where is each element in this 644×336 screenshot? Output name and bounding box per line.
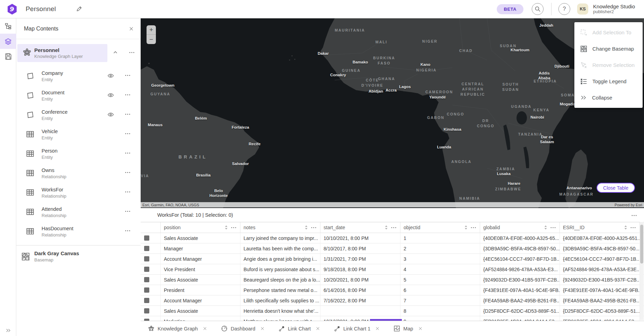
- cell-objectid: 7: [400, 295, 480, 305]
- layer-item-worksfor[interactable]: WorksFor Relationship: [16, 183, 141, 203]
- table-title: WorksFor (Total: 10 | Selection: 0): [157, 212, 233, 218]
- table-menu-icon[interactable]: [631, 213, 637, 218]
- eye-icon[interactable]: [107, 92, 114, 98]
- zoom-in-button[interactable]: +: [147, 25, 156, 35]
- tab-dashboard[interactable]: Dashboard: [221, 325, 265, 332]
- zoom-out-button[interactable]: −: [147, 35, 156, 44]
- tab-link-chart[interactable]: Link Chart: [279, 326, 320, 332]
- row-checkbox[interactable]: [144, 246, 149, 251]
- menu-item-change-basemap[interactable]: Change Basemap: [574, 41, 643, 57]
- table-row[interactable]: Sales AssociateHenrietta doesn't know wh…: [141, 306, 644, 316]
- layer-menu-icon[interactable]: [125, 189, 131, 195]
- toolbar-item-hierarchy[interactable]: [0, 18, 16, 34]
- layer-menu-icon[interactable]: [125, 208, 131, 214]
- layer-menu-icon[interactable]: [125, 228, 131, 234]
- save-icon: [5, 53, 12, 60]
- eye-icon[interactable]: [107, 72, 114, 79]
- close-table-button[interactable]: Close Table: [597, 183, 635, 193]
- menu-item-toggle-legend[interactable]: Toggle Legend: [574, 73, 643, 89]
- expand-panel-button[interactable]: [0, 328, 16, 333]
- table-row[interactable]: Sales AssociateBeauregard sleeps on the …: [141, 275, 644, 285]
- column-menu-icon[interactable]: [391, 225, 397, 231]
- tab-close-icon[interactable]: [260, 326, 265, 331]
- scrollbar-thumb[interactable]: [640, 225, 643, 264]
- row-select-cell: [141, 275, 161, 285]
- layer-menu-icon[interactable]: [125, 72, 131, 78]
- header-divider: [551, 3, 552, 15]
- panel-title: Map Contents: [24, 26, 59, 32]
- layer-item-person[interactable]: Person Entity: [16, 145, 141, 164]
- table-row[interactable]: Account ManagerAngie does a great job br…: [141, 254, 644, 264]
- tab-close-icon[interactable]: [316, 326, 320, 331]
- column-header-start_date[interactable]: start_date: [320, 222, 400, 233]
- layer-item-conference[interactable]: Conference Entity: [16, 106, 141, 125]
- sort-icon[interactable]: [624, 225, 628, 230]
- column-header-notes[interactable]: notes: [240, 222, 320, 233]
- layer-menu-icon[interactable]: [125, 131, 131, 137]
- sort-icon[interactable]: [304, 225, 308, 230]
- close-icon[interactable]: [129, 26, 134, 31]
- layer-type: Entity: [42, 77, 53, 82]
- column-menu-icon[interactable]: [550, 225, 556, 231]
- map-canvas[interactable]: MAURITANIAMALINIGERCHADSUDANBURKINA FASO…: [141, 18, 644, 208]
- row-checkbox[interactable]: [144, 256, 149, 261]
- sort-icon[interactable]: [224, 225, 228, 230]
- layer-menu-icon[interactable]: [125, 111, 131, 117]
- link-chart-icon: [279, 326, 285, 332]
- sort-icon[interactable]: [544, 225, 548, 230]
- layer-item-hasdocument[interactable]: HasDocument Relationship: [16, 222, 141, 242]
- eye-icon[interactable]: [107, 111, 114, 118]
- layer-item-company[interactable]: Company Entity: [16, 67, 141, 86]
- toolbar-item-save[interactable]: [0, 49, 16, 64]
- chevron-up-icon[interactable]: [113, 50, 118, 55]
- layer-item-vehicle[interactable]: Vehicle Entity: [16, 125, 141, 145]
- tab-knowledge-graph[interactable]: Knowledge Graph: [148, 325, 207, 332]
- layer-group-personnel[interactable]: Personnel Knowledge Graph Layer: [16, 44, 141, 62]
- row-checkbox[interactable]: [144, 308, 149, 313]
- basemap-item[interactable]: Dark Gray Canvas Basemap: [16, 248, 141, 268]
- layer-menu-icon[interactable]: [125, 92, 131, 98]
- column-header-globalid[interactable]: globalid: [480, 222, 560, 233]
- menu-item-collapse[interactable]: Collapse: [574, 89, 643, 106]
- layer-item-attended[interactable]: Attended Relationship: [16, 203, 141, 222]
- table-row[interactable]: Account ManagerLilith specifically sells…: [141, 295, 644, 306]
- cell-notes: Angie does a great job bringing i...: [240, 254, 320, 264]
- tab-link-chart-1[interactable]: Link Chart 1: [334, 326, 380, 332]
- table-row[interactable]: PresidentPersephone started new metal o.…: [141, 285, 644, 295]
- row-checkbox[interactable]: [144, 235, 149, 241]
- avatar[interactable]: KS: [577, 3, 588, 15]
- tab-close-icon[interactable]: [375, 326, 380, 331]
- table-vertical-scrollbar[interactable]: [640, 222, 644, 320]
- column-header-position[interactable]: position: [161, 222, 240, 233]
- column-menu-icon[interactable]: [311, 225, 317, 231]
- column-header-esri__id[interactable]: ESRI__ID: [560, 222, 640, 233]
- table-row[interactable]: Vice PresidentBuford is very passionate …: [141, 264, 644, 275]
- cell-globalid: {AF524884-9826-478A-A53A-E3...: [480, 264, 560, 274]
- layer-group-menu-icon[interactable]: [129, 50, 135, 55]
- column-menu-icon[interactable]: [231, 225, 237, 231]
- layer-menu-icon[interactable]: [125, 150, 131, 156]
- sort-icon[interactable]: [384, 225, 388, 230]
- row-checkbox[interactable]: [144, 267, 149, 272]
- layer-menu-icon[interactable]: [125, 170, 131, 175]
- layer-item-document[interactable]: Document Entity: [16, 86, 141, 106]
- powered-by-esri: Powered by Esri: [615, 203, 642, 207]
- row-checkbox[interactable]: [144, 298, 149, 303]
- layer-item-owns[interactable]: Owns Relationship: [16, 164, 141, 183]
- table-row[interactable]: ManagerLauretta has been with the comp..…: [141, 243, 644, 254]
- edit-icon[interactable]: [76, 6, 82, 12]
- row-checkbox[interactable]: [144, 277, 149, 282]
- tab-map[interactable]: Map: [394, 325, 422, 332]
- help-button[interactable]: ?: [558, 3, 570, 15]
- row-checkbox[interactable]: [144, 287, 149, 293]
- tab-close-icon[interactable]: [418, 326, 423, 331]
- toolbar-item-layers[interactable]: [0, 34, 16, 49]
- search-button[interactable]: [532, 3, 544, 15]
- row-select-cell: [141, 306, 161, 316]
- column-menu-icon[interactable]: [630, 225, 636, 231]
- column-menu-icon[interactable]: [470, 225, 476, 231]
- table-row[interactable]: Sales AssociateLarry joined the company …: [141, 233, 644, 243]
- column-header-objectid[interactable]: objectid: [400, 222, 480, 233]
- tab-close-icon[interactable]: [203, 326, 207, 331]
- sort-icon[interactable]: [464, 225, 468, 230]
